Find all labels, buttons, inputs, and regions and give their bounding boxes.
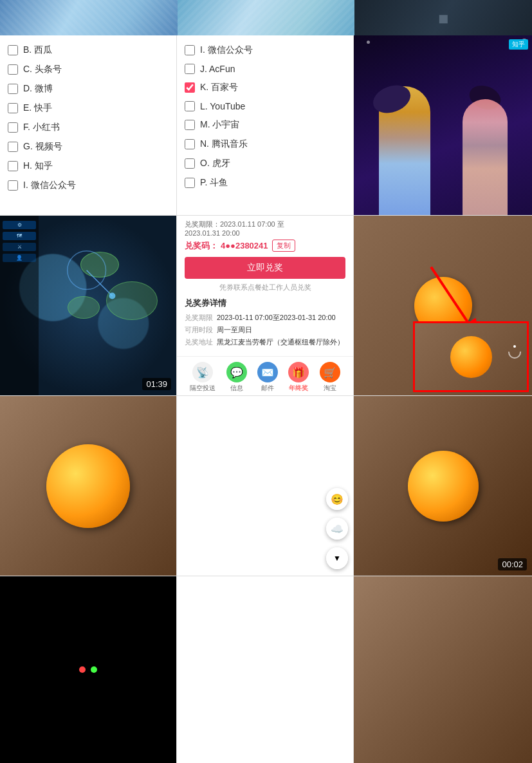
coupon-contact-text: 凭券联系点餐处工作人员兑奖 [185,283,345,292]
taobao-icon: 🛒 [320,362,340,382]
checklist-right: I. 微信公众号 J. AcFun K. 百家号 L. YouTube M. 小… [177,35,354,216]
top-image-3: ◼ [354,0,532,35]
checklist-item-P[interactable]: P. 斗鱼 [185,173,345,193]
checkbox-N[interactable] [185,139,195,149]
checklist-item-L[interactable]: L. YouTube [185,97,345,115]
coupon-details-title: 兑奖券详情 [185,297,345,309]
checkbox-F[interactable] [8,122,18,133]
icon-airdrop[interactable]: 📡 隔空投送 [190,362,216,393]
message-icon: 💬 [226,362,247,382]
coupon-detail-period: 兑奖期限 2023-01-11 07:00至2023-01-31 20:00 [185,313,345,323]
coupon-code-label: 兑奖码： [185,240,218,252]
icon-message[interactable]: 💬 信息 [226,362,247,393]
video-timer-orange: 00:02 [498,558,527,570]
loading-indicator [507,344,522,360]
green-dot [91,666,97,673]
checkbox-C[interactable] [8,64,18,75]
svg-point-2 [109,293,115,299]
checkbox-P[interactable] [185,178,195,188]
orange-image-top [354,216,532,396]
checkbox-J[interactable] [185,64,195,74]
checklist-item-K[interactable]: K. 百家号 [185,78,345,97]
svg-point-5 [509,346,520,358]
checkbox-I2[interactable] [185,45,195,55]
checkbox-B[interactable] [8,45,18,55]
icon-bonus[interactable]: 🎁 年终奖 [288,362,309,393]
checkbox-G[interactable] [8,142,18,152]
bonus-icon: 🎁 [288,362,309,382]
coupon-code-value: 4●●2380241 [221,241,268,250]
menu-bottom-panel [177,576,354,763]
mail-icon: ✉️ [257,362,278,382]
game-video[interactable]: ⚙ 🗺 ⚔ 👤 01:39 [0,216,177,396]
down-icon-button[interactable]: ▼ [326,547,348,569]
top-image-strip: ◼ [0,0,532,35]
checkbox-H[interactable] [8,161,18,171]
top-image-2 [178,0,355,35]
anime-image: 知乎 [354,35,532,216]
coupon-card: 兑奖期限：2023.01.11 07:00 至2023.01.31 20:00 … [177,216,353,356]
coupon-panel: 兑奖期限：2023.01.11 07:00 至2023.01.31 20:00 … [177,216,354,396]
coupon-code-row: 兑奖码： 4●●2380241 复制 [185,240,345,252]
brown-bg-cell [354,576,532,763]
video-timer-game: 01:39 [142,378,171,390]
orange-image-large[interactable] [0,396,177,576]
coupon-copy-button[interactable]: 复制 [272,240,295,252]
bilibili-tag: 知乎 [509,39,528,50]
checklist-item-O[interactable]: O. 虎牙 [185,154,345,173]
checklist-item-I2[interactable]: I. 微信公众号 [185,41,345,60]
coupon-detail-address: 兑奖地址 黑龙江麦当劳餐厅（交通枢纽餐厅除外） [185,337,345,347]
svg-point-6 [513,345,516,348]
checkbox-D[interactable] [8,84,18,94]
checklist-item-N[interactable]: N. 腾讯音乐 [185,135,345,154]
checklist-item-H[interactable]: H. 知乎 [8,156,169,176]
video-dots [77,666,100,673]
cloud-icon-button[interactable]: ☁️ [326,518,348,540]
checkbox-L[interactable] [185,101,195,111]
checklist-item-B[interactable]: B. 西瓜 [8,41,169,60]
airdrop-icon: 📡 [192,362,213,382]
checklist-item-J[interactable]: J. AcFun [185,60,345,78]
red-dot [79,666,86,673]
checklist-item-M[interactable]: M. 小宇宙 [185,115,345,135]
checklist-item-I[interactable]: I. 微信公众号 [8,176,169,195]
coupon-detail-days: 可用时段 周一至周日 [185,325,345,335]
icon-mail[interactable]: ✉️ 邮件 [257,362,278,393]
checkbox-E[interactable] [8,103,18,113]
checklist-item-C[interactable]: C. 头条号 [8,60,169,79]
dark-video-cell[interactable] [0,576,177,763]
face-icon-button[interactable]: 😊 [326,488,348,510]
checkbox-M[interactable] [185,120,195,130]
coupon-period: 兑奖期限：2023.01.11 07:00 至2023.01.31 20:00 [185,220,345,237]
checklist-item-E[interactable]: E. 快手 [8,99,169,118]
orange-video-cell[interactable]: 00:02 [354,396,532,576]
checklist-item-G[interactable]: G. 视频号 [8,137,169,156]
icon-taobao[interactable]: 🛒 淘宝 [320,362,340,393]
right-icons-panel: 😊 ☁️ ▼ [177,396,354,576]
checklist-left: B. 西瓜 C. 头条号 D. 微博 E. 快手 F. 小红书 G. 视频号 H… [0,35,177,216]
checkbox-O[interactable] [185,158,195,169]
coupon-redeem-button[interactable]: 立即兑奖 [185,257,345,279]
checklist-item-F[interactable]: F. 小红书 [8,118,169,137]
checklist-item-D[interactable]: D. 微博 [8,79,169,99]
checkbox-I[interactable] [8,180,18,191]
checkbox-K[interactable] [185,82,195,93]
top-image-1 [0,0,178,35]
svg-line-1 [87,270,113,296]
bottom-icons-bar: 📡 隔空投送 💬 信息 ✉️ 邮件 🎁 年终奖 🛒 淘宝 [177,356,353,396]
